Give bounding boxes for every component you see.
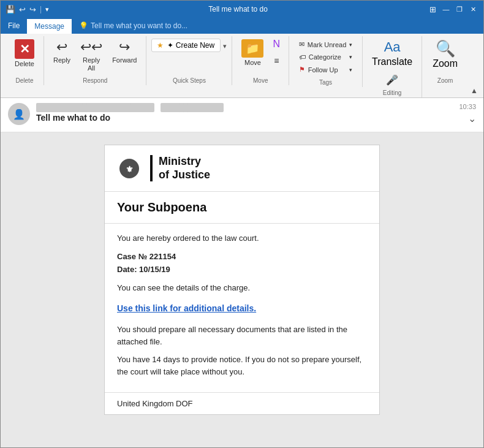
mark-unread-label: Mark Unread: [308, 41, 347, 48]
ribbon-group-delete: ✕ Delete Delete: [6, 36, 44, 85]
reply-label: Reply: [53, 56, 70, 64]
move-secondary-buttons: N ≡: [269, 36, 284, 68]
delete-buttons: ✕ Delete: [10, 36, 39, 76]
email-sender: ████████████████ ██████: [36, 103, 459, 112]
ribbon-group-tags: ✉ Mark Unread ▾ 🏷 Categorize ▾ ⚑ Follow …: [289, 36, 363, 87]
restore-button[interactable]: ❐: [454, 4, 465, 15]
menu-bar: File Message 💡 Tell me what you want to …: [1, 18, 483, 34]
follow-up-expand: ▾: [349, 67, 352, 73]
respond-buttons: ↩ Reply ↩↩ ReplyAll ↪ Forward: [49, 36, 141, 76]
reply-icon: ↩: [56, 39, 67, 55]
respond-group-label: Respond: [83, 76, 107, 85]
email-header: 👤 ████████████████ ██████ Tell me what t…: [1, 98, 483, 132]
create-new-quick-step[interactable]: ★ ✦ Create New: [151, 39, 221, 52]
title-bar-left: 💾 ↩ ↪ | ▾: [6, 5, 49, 14]
ribbon-group-editing: Aa Translate 🎤 Editing: [363, 36, 422, 97]
expand-email-button[interactable]: ⌄: [468, 113, 476, 124]
close-button[interactable]: ✕: [467, 4, 478, 15]
tile-icon[interactable]: ⊞: [427, 4, 438, 15]
date-blurred: ██████: [161, 103, 224, 112]
email-main-content: You are hereby ordered to the law court.…: [105, 224, 379, 392]
avatar-icon: 👤: [13, 108, 25, 120]
subpoena-title: Your Subpoena: [105, 192, 379, 224]
ribbon-group-respond: ↩ Reply ↩↩ ReplyAll ↪ Forward Respond: [44, 36, 146, 85]
para1: You are hereby ordered to the law court.: [117, 232, 367, 245]
zoom-label: Zoom: [433, 58, 458, 69]
quick-steps-container: ★ ✦ Create New ▾: [151, 36, 227, 56]
undo-icon[interactable]: ↩: [19, 5, 26, 14]
forward-label: Forward: [112, 56, 137, 64]
case-number: Case № 221154: [117, 251, 367, 263]
translate-label: Translate: [372, 56, 412, 67]
mark-unread-expand: ▾: [349, 42, 352, 48]
ribbon: ✕ Delete Delete ↩ Reply ↩↩ ReplyAll ↪ Fo…: [1, 34, 483, 98]
tags-buttons: ✉ Mark Unread ▾ 🏷 Categorize ▾ ⚑ Follow …: [291, 36, 361, 78]
move-button[interactable]: 📁 Move: [237, 36, 268, 69]
reply-button[interactable]: ↩ Reply: [49, 36, 75, 67]
move-group-label: Move: [253, 76, 268, 85]
move-more-button[interactable]: N: [269, 36, 284, 52]
quick-step-icon: ★: [157, 41, 164, 50]
speech-icon: 🎤: [386, 74, 398, 86]
org-name-line1: Ministry: [159, 155, 210, 169]
translate-button[interactable]: Aa Translate: [368, 36, 417, 70]
email-meta: ████████████████ ██████ Tell me what to …: [36, 103, 459, 123]
menu-message[interactable]: Message: [27, 18, 72, 34]
zoom-icon: 🔍: [436, 39, 455, 58]
email-time: 10:33: [459, 103, 476, 110]
quick-steps-expand[interactable]: ▾: [223, 42, 227, 50]
email-body-wrapper: HTC ⚜ Ministry of Justice Your Subpoena …: [1, 132, 483, 448]
ribbon-collapse-button[interactable]: ▲: [468, 84, 480, 97]
ribbon-group-quicksteps: ★ ✦ Create New ▾ Quick Steps: [146, 36, 232, 85]
email-subject: Tell me what to do: [36, 113, 459, 123]
forward-button[interactable]: ↪ Forward: [108, 36, 141, 67]
categorize-button[interactable]: 🏷 Categorize ▾: [295, 51, 357, 63]
menu-tell[interactable]: 💡 Tell me what you want to do...: [72, 18, 195, 34]
window-title: Tell me what to do: [49, 5, 427, 13]
mark-unread-icon: ✉: [299, 40, 304, 48]
lightbulb-icon: 💡: [79, 21, 88, 30]
footer-text: United Kingdom DOF: [117, 399, 193, 408]
minimize-button[interactable]: —: [441, 4, 452, 15]
email-content: ⚜ Ministry of Justice Your Subpoena You …: [104, 145, 380, 415]
avatar: 👤: [8, 103, 30, 125]
redo-icon[interactable]: ↪: [29, 5, 36, 14]
rules-button[interactable]: ≡: [269, 53, 284, 68]
delete-button[interactable]: ✕ Delete: [10, 36, 39, 71]
editing-secondary: 🎤: [382, 72, 402, 88]
org-name-line2: of Justice: [159, 169, 210, 182]
email-footer: United Kingdom DOF: [105, 392, 379, 414]
ribbon-group-move: 📁 Move N ≡ Move: [232, 36, 289, 85]
create-new-label: ✦ Create New: [167, 41, 214, 50]
move-icon: 📁: [241, 39, 263, 58]
categorize-label: Categorize: [309, 53, 341, 61]
follow-up-button[interactable]: ⚑ Follow Up ▾: [295, 64, 357, 75]
move-label: Move: [244, 59, 261, 66]
reply-all-button[interactable]: ↩↩ ReplyAll: [76, 36, 107, 75]
gov-logo-svg: ⚜: [117, 156, 142, 181]
onenote-icon: N: [273, 39, 280, 50]
delete-icon: ✕: [15, 39, 34, 59]
window-controls: ⊞ — ❐ ✕: [427, 4, 478, 15]
ribbon-group-zoom: 🔍 Zoom Zoom: [422, 36, 468, 85]
categorize-icon: 🏷: [299, 53, 306, 61]
date-line: Date: 10/15/19: [117, 264, 367, 276]
tags-group-label: Tags: [319, 78, 332, 87]
reply-all-label: ReplyAll: [83, 56, 100, 72]
quick-access-divider: |: [40, 5, 42, 13]
reply-all-icon: ↩↩: [80, 39, 102, 55]
speech-button[interactable]: 🎤: [382, 72, 402, 88]
menu-file[interactable]: File: [1, 18, 27, 34]
save-icon[interactable]: 💾: [6, 5, 15, 14]
rules-icon: ≡: [274, 56, 279, 66]
zoom-button[interactable]: 🔍 Zoom: [427, 36, 463, 72]
categorize-expand: ▾: [349, 54, 352, 60]
forward-icon: ↪: [119, 39, 130, 55]
editing-group-label: Editing: [383, 88, 402, 97]
para4: You have 14 days to provide notice. If y…: [117, 354, 367, 378]
mark-unread-button[interactable]: ✉ Mark Unread ▾: [295, 39, 357, 50]
zoom-group-label: Zoom: [437, 76, 453, 85]
svg-text:⚜: ⚜: [126, 164, 134, 173]
delete-group-label: Delete: [16, 76, 34, 85]
details-link[interactable]: Use this link for additional details.: [117, 303, 256, 313]
